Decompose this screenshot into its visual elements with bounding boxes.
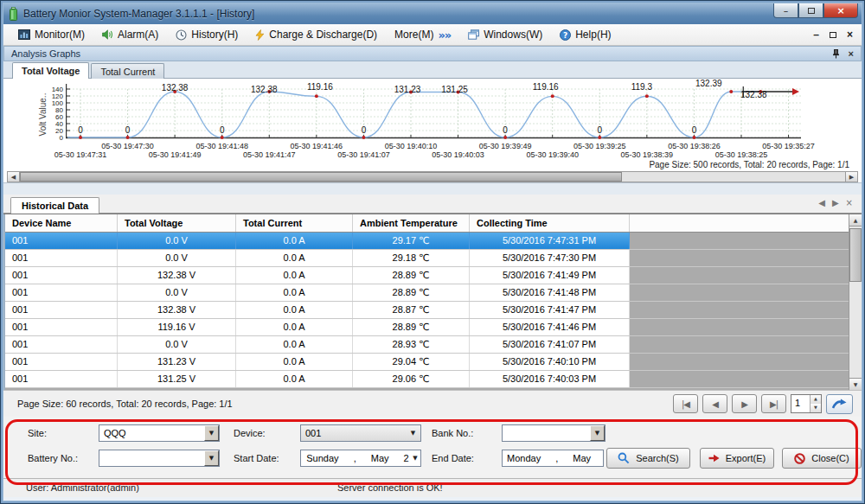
mdi-minimize-button[interactable]: – (813, 29, 819, 41)
tab-total-current[interactable]: Total Current (91, 63, 164, 79)
scroll-left-arrow-icon[interactable]: ◀ (8, 172, 20, 182)
pin-icon[interactable] (832, 49, 840, 59)
table-row[interactable]: 001131.25 V0.0 A29.06 ℃5/30/2016 7:40:03… (5, 371, 849, 388)
table-cell: 001 (5, 233, 118, 249)
table-row[interactable]: 001131.23 V0.0 A29.04 ℃5/30/2016 7:40:10… (5, 354, 849, 371)
search-button[interactable]: Search(S) (606, 448, 690, 469)
tab-scroll-right-icon[interactable]: ▶ (832, 198, 839, 207)
spinner-up-icon[interactable]: ▲ (811, 395, 821, 404)
row-filler (630, 354, 849, 370)
row-filler (630, 336, 849, 353)
chart-horizontal-scrollbar[interactable]: ◀ ▶ (7, 171, 858, 182)
column-header-device-name[interactable]: Device Name (5, 214, 118, 232)
column-header-ambient-temperature[interactable]: Ambient Temperature (353, 214, 470, 232)
table-cell: 001 (5, 354, 118, 370)
menu-alarm[interactable]: Alarm(A) (94, 27, 166, 42)
close-button[interactable]: × (823, 3, 858, 18)
maximize-button[interactable] (798, 3, 823, 18)
table-cell: 29.04 ℃ (353, 354, 470, 370)
table-row[interactable]: 001132.38 V0.0 A28.87 ℃5/30/2016 7:41:47… (5, 302, 849, 319)
table-cell: 001 (5, 319, 118, 335)
scroll-right-arrow-icon[interactable]: ▶ (845, 172, 857, 182)
data-point-label: 0 (125, 125, 131, 135)
hscroll-thumb[interactable] (20, 172, 622, 182)
chevron-down-icon[interactable]: ▼ (204, 450, 219, 466)
menu-history[interactable]: History(H) (168, 27, 246, 42)
close-form-button[interactable]: Close(C) (782, 448, 862, 469)
data-point-label: 119.3 (631, 82, 652, 92)
spinner-down-icon[interactable]: ▼ (811, 404, 821, 412)
voltage-chart-zone: Volt Value.. 020406080100120140 00132.38… (3, 79, 862, 182)
column-header-collecting-time[interactable]: Collecting Time (470, 214, 630, 232)
table-row[interactable]: 001119.16 V0.0 A28.89 ℃5/30/2016 7:41:46… (5, 319, 849, 336)
tab-close-icon[interactable]: × (846, 198, 853, 207)
tab-scroll-left-icon[interactable]: ◀ (818, 198, 825, 207)
y-tick-label: 60 (42, 113, 63, 121)
table-row[interactable]: 0010.0 V0.0 A29.17 ℃5/30/2016 7:47:31 PM (5, 233, 849, 250)
table-row[interactable]: 001132.38 V0.0 A28.89 ℃5/30/2016 7:41:49… (5, 267, 849, 284)
column-header-total-current[interactable]: Total Current (236, 214, 353, 232)
chevron-down-icon[interactable]: ▼ (410, 450, 420, 466)
table-cell: 001 (5, 267, 118, 284)
analysis-tabs: Total Voltage Total Current (3, 61, 862, 79)
y-tick-label: 80 (42, 106, 63, 114)
table-cell: 131.23 V (118, 354, 236, 370)
start-date-picker[interactable]: Sunday , May 2 ▼ (300, 450, 421, 467)
chart-y-ticks: 020406080100120140 (42, 82, 66, 141)
scroll-up-arrow-icon[interactable]: ▲ (849, 214, 862, 226)
page-number-spinner[interactable]: 1 ▲▼ (791, 394, 822, 413)
table-cell: 5/30/2016 7:47:31 PM (470, 233, 630, 249)
device-combobox[interactable]: 001 ▼ (300, 424, 421, 442)
vscroll-track[interactable] (849, 226, 862, 378)
panel-close-icon[interactable]: × (849, 48, 854, 59)
page-number-value[interactable]: 1 (791, 395, 810, 412)
battery-no-combobox[interactable]: ▼ (99, 450, 220, 467)
next-page-button[interactable]: ▶ (732, 394, 757, 413)
mdi-close-button[interactable]: × (847, 29, 853, 41)
status-user: User: Administrator(admin) (26, 482, 139, 493)
mdi-restore-button[interactable] (830, 32, 836, 38)
hscroll-track[interactable] (20, 172, 845, 182)
scroll-down-arrow-icon[interactable]: ▼ (849, 378, 862, 390)
more-chevrons-icon: »» (438, 29, 451, 41)
menu-bar: Monitor(M) Alarm(A) History(H) Charge & … (3, 24, 862, 46)
historical-table: Device NameTotal VoltageTotal CurrentAmb… (3, 214, 849, 390)
go-to-page-button[interactable] (826, 394, 853, 414)
y-tick-label: 20 (42, 127, 63, 135)
table-cell: 0.0 A (236, 336, 353, 353)
site-combobox[interactable]: QQQ ▼ (99, 424, 220, 442)
table-cell: 29.18 ℃ (353, 250, 470, 266)
tab-total-voltage[interactable]: Total Voltage (12, 62, 89, 79)
last-page-button[interactable]: ▶| (761, 394, 786, 413)
bank-no-combobox[interactable]: ▼ (502, 424, 606, 442)
menu-windows[interactable]: Windows(W) (460, 27, 550, 42)
export-button[interactable]: Export(E) (700, 448, 774, 469)
table-row[interactable]: 0010.0 V0.0 A28.93 ℃5/30/2016 7:41:07 PM (5, 336, 849, 354)
end-date-label: End Date: (432, 453, 474, 463)
battery-no-value (99, 450, 204, 466)
table-vertical-scrollbar[interactable]: ▲ ▼ (849, 214, 862, 390)
chevron-down-icon[interactable]: ▼ (406, 425, 420, 441)
vscroll-thumb[interactable] (849, 228, 862, 282)
menu-monitor[interactable]: Monitor(M) (10, 27, 93, 42)
search-button-label: Search(S) (636, 453, 679, 463)
table-row[interactable]: 0010.0 V0.0 A29.18 ℃5/30/2016 7:47:30 PM (5, 250, 849, 267)
menu-charge-discharge[interactable]: Charge & Discharge(D) (247, 27, 385, 42)
tab-historical-data[interactable]: Historical Data (10, 197, 99, 214)
table-cell: 0.0 V (118, 336, 236, 353)
menu-more[interactable]: More(M) »» (387, 27, 458, 43)
table-cell: 0.0 V (118, 250, 236, 266)
chevron-down-icon[interactable]: ▼ (590, 425, 605, 441)
first-page-button[interactable]: |◀ (673, 394, 698, 413)
end-date-picker[interactable]: Monday , May 3 (502, 450, 604, 467)
historical-table-wrap: Device NameTotal VoltageTotal CurrentAmb… (3, 214, 862, 390)
menu-help[interactable]: ? Help(H) (552, 27, 618, 42)
row-filler (630, 267, 849, 284)
column-header-total-voltage[interactable]: Total Voltage (118, 214, 236, 232)
title-bar: Battery Monior System-Manager 3.1.1.1 - … (3, 3, 862, 24)
table-row[interactable]: 0010.0 V0.0 A28.89 ℃5/30/2016 7:41:48 PM (5, 284, 849, 302)
x-tick-label: 05-30 19:39:49 (479, 142, 532, 150)
minimize-button[interactable]: – (773, 3, 798, 18)
chevron-down-icon[interactable]: ▼ (204, 425, 219, 441)
previous-page-button[interactable]: ◀ (702, 394, 727, 413)
